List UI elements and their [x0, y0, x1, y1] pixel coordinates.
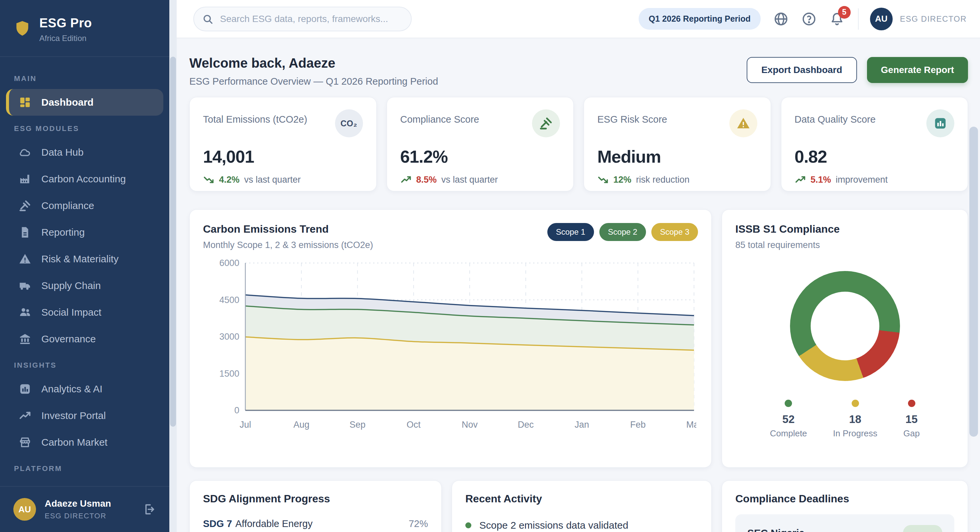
sidebar-item-investor-portal[interactable]: Investor Portal [6, 402, 163, 429]
sidebar-item-label: Analytics & AI [41, 383, 102, 395]
kpi-label: Total Emissions (tCO2e) [203, 111, 307, 125]
issb-compliance-card: ISSB S1 Compliance 85 total requirements… [722, 209, 968, 468]
sidebar-item-label: Carbon Accounting [41, 173, 126, 185]
trend-up-icon [795, 174, 806, 185]
trend-up-icon [400, 174, 412, 185]
activity-card-title: Recent Activity [465, 493, 698, 505]
document-icon [19, 226, 31, 239]
sidebar: ESG Pro Africa Edition MAINDashboardESG … [0, 0, 177, 532]
kpi-trend: 4.2% vs last quarter [203, 174, 363, 185]
sidebar-item-reporting[interactable]: Reporting [6, 219, 163, 246]
sidebar-item-analytics-ai[interactable]: Analytics & AI [6, 376, 163, 402]
dashboard-icon [19, 96, 31, 109]
kpi-trend-text: improvement [836, 175, 888, 185]
sidebar-item-label: Investor Portal [41, 410, 106, 421]
svg-text:Dec: Dec [518, 420, 534, 430]
topbar: Q1 2026 Reporting Period 5 AU ESG DIRECT… [177, 0, 980, 38]
svg-text:3000: 3000 [220, 332, 239, 342]
chip-scope-2[interactable]: Scope 2 [599, 223, 646, 241]
gavel-icon [19, 199, 31, 212]
svg-text:Oct: Oct [407, 420, 421, 430]
logout-icon[interactable] [143, 503, 156, 516]
reporting-period-chip[interactable]: Q1 2026 Reporting Period [639, 8, 760, 30]
kpi-card-total-emissions-tco2e: Total Emissions (tCO2e) CO₂ 14,001 4.2% … [189, 97, 377, 191]
people-icon [19, 306, 31, 319]
bank-icon [19, 333, 31, 345]
svg-text:Aug: Aug [293, 420, 309, 430]
chip-scope-3[interactable]: Scope 3 [651, 223, 698, 241]
brand: ESG Pro Africa Edition [0, 0, 169, 57]
sidebar-item-label: Risk & Materiality [41, 253, 119, 264]
donut-legend: 52 Complete 18 In Progress 15 Gap [735, 400, 955, 439]
kpi-icon-circle [729, 109, 757, 137]
kpi-trend: 5.1% improvement [795, 174, 955, 185]
svg-text:6000: 6000 [220, 258, 239, 268]
kpi-value: Medium [597, 147, 757, 167]
main-scrollbar-thumb[interactable] [969, 127, 978, 436]
trending-icon [19, 409, 31, 422]
nav-section-label-insights: INSIGHTS [6, 352, 163, 376]
kpi-trend-text: vs last quarter [441, 175, 498, 185]
kpi-label: ESG Risk Score [597, 111, 667, 125]
notifications-bell-icon[interactable]: 5 [829, 11, 845, 27]
topbar-avatar[interactable]: AU [870, 8, 892, 30]
factory-icon [19, 173, 31, 185]
kpi-icon-circle [532, 109, 560, 137]
sdg-item-percent: 72% [409, 518, 428, 529]
sidebar-item-governance[interactable]: Governance [6, 326, 163, 352]
svg-text:Mar: Mar [686, 420, 696, 430]
help-icon[interactable] [801, 11, 817, 27]
sidebar-item-label: Carbon Market [41, 436, 107, 448]
sidebar-item-risk-materiality[interactable]: Risk & Materiality [6, 246, 163, 272]
kpi-trend: 8.5% vs last quarter [400, 174, 560, 185]
kpi-trend-text: risk reduction [636, 175, 690, 185]
kpi-trend-value: 4.2% [219, 175, 240, 185]
topbar-divider [858, 8, 859, 30]
search-icon [202, 13, 213, 25]
svg-text:Jul: Jul [240, 420, 251, 430]
export-dashboard-button[interactable]: Export Dashboard [747, 57, 857, 83]
sidebar-item-carbon-market[interactable]: Carbon Market [6, 429, 163, 456]
generate-report-button[interactable]: Generate Report [867, 57, 968, 83]
sidebar-item-label: Governance [41, 333, 95, 345]
chip-scope-1[interactable]: Scope 1 [547, 223, 594, 241]
kpi-label: Data Quality Score [795, 111, 876, 125]
deadlines-card-title: Compliance Deadlines [735, 493, 955, 505]
kpi-icon-circle: CO₂ [335, 109, 363, 137]
sidebar-item-dashboard[interactable]: Dashboard [6, 89, 163, 116]
shield-logo-icon [14, 20, 31, 39]
warning-icon [19, 253, 31, 265]
search-input[interactable] [193, 7, 412, 31]
sidebar-item-label: Dashboard [41, 97, 94, 108]
truck-icon [19, 279, 31, 292]
scope-chips: Scope 1Scope 2Scope 3 [547, 223, 698, 241]
svg-text:Jan: Jan [575, 420, 589, 430]
co2-icon: CO₂ [340, 119, 357, 128]
legend-value: 15 [905, 413, 918, 426]
sidebar-item-compliance[interactable]: Compliance [6, 192, 163, 219]
sidebar-scrollbar-track[interactable] [169, 0, 177, 532]
sidebar-scrollbar-thumb[interactable] [170, 57, 176, 427]
sidebar-user-footer: AU Adaeze Usman ESG DIRECTOR [0, 486, 169, 532]
search-box [193, 7, 412, 31]
kpi-card-compliance-score: Compliance Score 61.2% 8.5% vs last quar… [387, 97, 574, 191]
cloud-icon [19, 146, 31, 159]
compliance-donut-chart [790, 271, 900, 381]
sidebar-item-carbon-accounting[interactable]: Carbon Accounting [6, 166, 163, 192]
svg-text:4500: 4500 [220, 295, 239, 305]
activity-item: Scope 2 emissions data validated [465, 520, 698, 531]
sidebar-item-supply-chain[interactable]: Supply Chain [6, 272, 163, 299]
globe-icon[interactable] [773, 11, 789, 27]
nav-section-label-platform: PLATFORM [6, 456, 163, 479]
storefront-icon [19, 436, 31, 449]
kpi-value: 0.82 [795, 147, 955, 167]
legend-label: Complete [770, 428, 807, 439]
recent-activity-card: Recent Activity Scope 2 emissions data v… [452, 480, 712, 532]
emissions-chart-title: Carbon Emissions Trend [203, 223, 373, 235]
page-title: Welcome back, Adaeze [189, 56, 438, 71]
warning-icon [737, 116, 750, 130]
sidebar-item-data-hub[interactable]: Data Hub [6, 139, 163, 166]
app-edition: Africa Edition [39, 33, 92, 43]
sidebar-item-social-impact[interactable]: Social Impact [6, 299, 163, 326]
legend-item-gap: 15 Gap [903, 400, 920, 439]
